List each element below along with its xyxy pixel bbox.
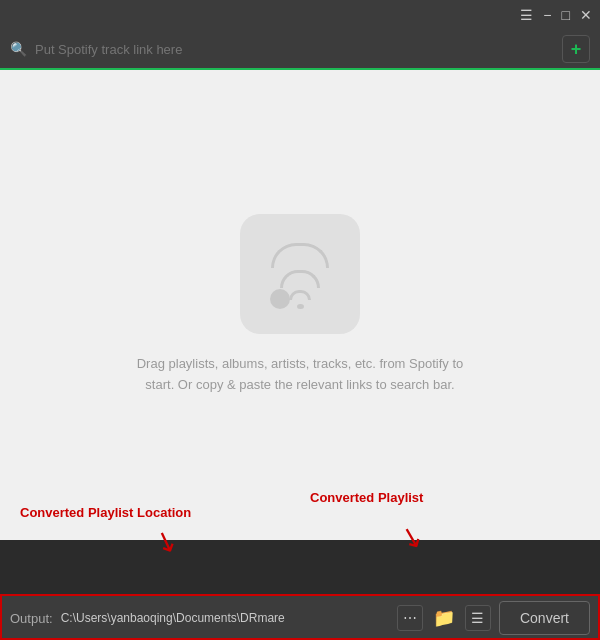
annotation-converted-playlist: Converted Playlist [310, 490, 423, 505]
search-icon: 🔍 [10, 41, 27, 57]
menu-icon[interactable]: ☰ [520, 7, 533, 23]
maximize-icon[interactable]: □ [562, 7, 570, 23]
title-bar: ☰ − □ ✕ [0, 0, 600, 30]
folder-icon-button[interactable]: 📁 [431, 605, 457, 631]
drag-drop-text: Drag playlists, albums, artists, tracks,… [130, 354, 470, 396]
convert-button[interactable]: Convert [499, 601, 590, 635]
search-bar: 🔍 + [0, 30, 600, 70]
playlist-icon-button[interactable]: ☰ [465, 605, 491, 631]
close-icon[interactable]: ✕ [580, 7, 592, 23]
search-input[interactable] [35, 42, 554, 57]
main-content: Drag playlists, albums, artists, tracks,… [0, 70, 600, 540]
music-icon-container [240, 214, 360, 334]
ellipsis-button[interactable]: ⋯ [397, 605, 423, 631]
bottom-bar: Output: C:\Users\yanbaoqing\Documents\DR… [0, 594, 600, 640]
add-button[interactable]: + [562, 35, 590, 63]
output-label: Output: [10, 611, 53, 626]
minimize-icon[interactable]: − [543, 7, 551, 23]
output-path: C:\Users\yanbaoqing\Documents\DRmare [61, 611, 389, 625]
annotation-converted-location: Converted Playlist Location [20, 505, 191, 520]
